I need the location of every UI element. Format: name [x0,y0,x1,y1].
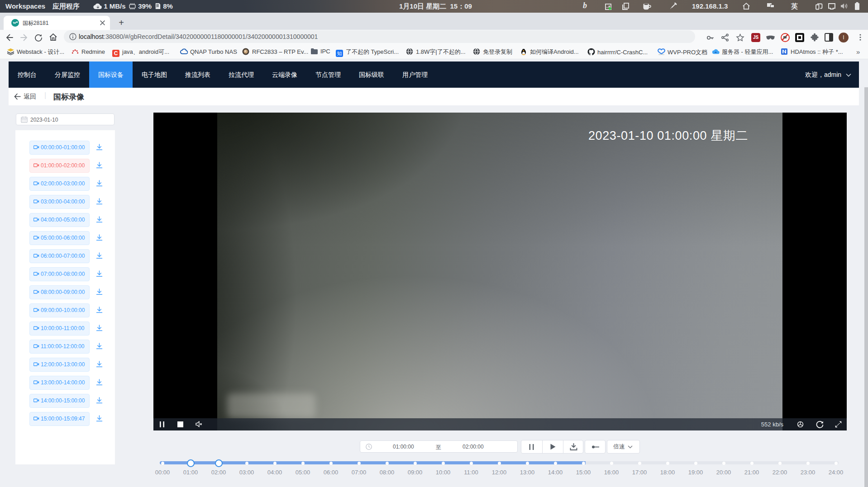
svg-text:WVP·PRO: WVP·PRO [658,54,664,56]
